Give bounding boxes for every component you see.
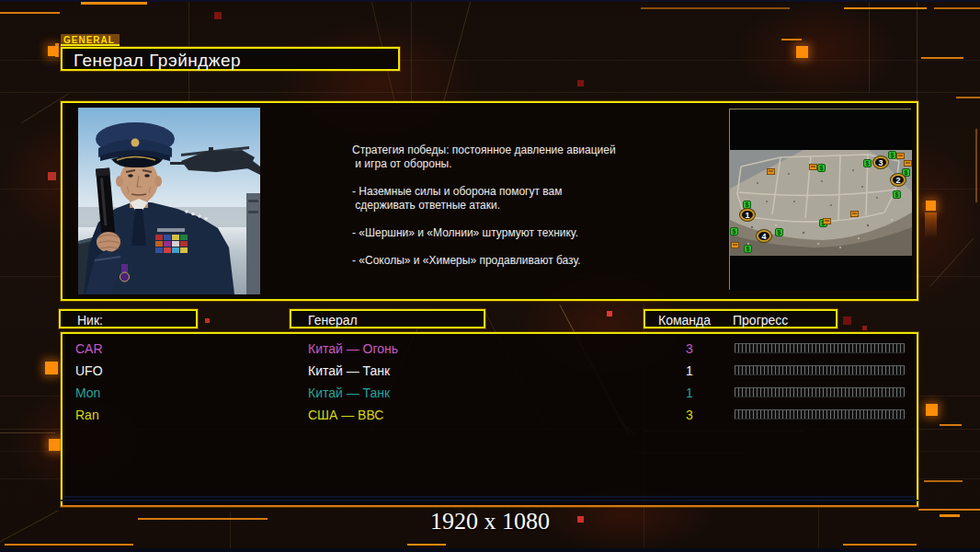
red-square	[48, 172, 56, 180]
divider-line	[64, 496, 915, 498]
circuit-decoration	[843, 544, 917, 546]
circuit-decoration	[0, 432, 55, 433]
player-general: Китай — Огонь	[308, 338, 398, 360]
player-team: 3	[667, 338, 712, 360]
glow-square	[48, 46, 58, 56]
resolution-label: 1920 x 1080	[0, 508, 980, 535]
header-general-label: Генерал	[308, 311, 358, 330]
glow-square	[45, 362, 58, 374]
player-general: Китай — Танк	[308, 382, 390, 404]
map-preview: $$$$$$$$$$1234	[729, 109, 911, 290]
header-progress-label: Прогресс	[733, 311, 788, 330]
circuit-decoration	[641, 7, 790, 9]
red-square	[205, 318, 210, 323]
supply-dock-icon: $	[744, 245, 752, 253]
strategy-text: Стратегия победы: постоянное давление ав…	[352, 144, 669, 282]
circuit-decoration	[956, 97, 980, 98]
player-roster-panel: CARКитай — Огонь3UFOКитай — Танк1MonКита…	[61, 332, 918, 507]
player-general: США — ВВС	[308, 404, 383, 426]
glow-trail	[925, 213, 937, 238]
supply-dock-icon: $	[893, 190, 901, 199]
circuit-decoration	[844, 7, 927, 9]
building-icon	[731, 242, 739, 248]
red-square	[577, 80, 584, 86]
general-info-panel: Стратегия победы: постоянное давление ав…	[61, 101, 918, 301]
building-icon	[904, 160, 912, 167]
building-icon	[823, 218, 831, 224]
circuit-decoration	[0, 548, 980, 552]
player-general: Китай — Танк	[308, 360, 390, 382]
supply-dock-icon: $	[775, 228, 783, 236]
start-position-marker: 1	[740, 209, 755, 221]
strategy-paragraph: - «Шершни» и «Молнии» штурмуют технику.	[352, 226, 669, 240]
player-nick: Mon	[75, 382, 100, 404]
glow-square	[926, 201, 936, 211]
roster-row[interactable]: MonКитай — Танк1	[63, 382, 917, 404]
general-portrait	[78, 108, 260, 294]
player-nick: Ran	[75, 404, 99, 426]
circuit-decoration	[975, 129, 977, 202]
red-square	[843, 316, 851, 325]
circuit-decoration	[5, 544, 133, 546]
progress-bar	[735, 409, 905, 420]
header-team-label: Команда	[658, 311, 711, 330]
red-square	[607, 311, 612, 316]
building-icon	[896, 153, 905, 159]
progress-bar	[735, 387, 905, 397]
supply-dock-icon: $	[817, 164, 826, 172]
circuit-decoration	[61, 500, 918, 501]
page-title: Генерал Грэйнджер	[63, 49, 398, 72]
glow-patch	[735, 0, 901, 101]
strategy-paragraph: Стратегия победы: постоянное давление ав…	[352, 144, 669, 171]
circuit-decoration	[940, 424, 962, 426]
building-icon	[767, 168, 775, 175]
glow-square	[796, 46, 808, 58]
supply-dock-icon: $	[863, 159, 872, 167]
circuit-decoration	[781, 39, 802, 40]
circuit-decoration	[411, 0, 412, 101]
red-square	[214, 12, 222, 19]
glow-square	[926, 404, 938, 416]
roster-row[interactable]: RanСША — ВВС3	[63, 404, 917, 426]
header-general: Генерал	[290, 309, 485, 328]
page-title-box: Генерал Грэйнджер	[61, 47, 400, 71]
supply-dock-icon: $	[888, 151, 896, 159]
building-icon	[809, 164, 817, 170]
roster-rows: CARКитай — Огонь3UFOКитай — Танк1MonКита…	[63, 338, 917, 426]
circuit-decoration	[0, 0, 980, 2]
circuit-decoration	[0, 92, 980, 93]
roster-row[interactable]: CARКитай — Огонь3	[63, 338, 917, 360]
general-portrait-art	[78, 108, 260, 294]
player-team: 3	[667, 404, 712, 426]
circuit-decoration	[0, 12, 60, 14]
circuit-decoration	[924, 480, 963, 482]
roster-row[interactable]: UFOКитай — Танк1	[63, 360, 917, 382]
circuit-decoration	[869, 0, 870, 92]
circuit-decoration	[934, 7, 980, 9]
player-nick: CAR	[75, 338, 103, 360]
strategy-paragraph: - «Соколы» и «Химеры» продавливают базу.	[352, 254, 669, 268]
start-position-marker: 2	[891, 174, 906, 186]
glow-square	[49, 439, 61, 451]
building-icon	[850, 211, 859, 217]
player-nick: UFO	[75, 360, 103, 382]
header-nick: Ник:	[59, 309, 198, 328]
general-tag: GENERAL	[61, 34, 120, 46]
progress-bar	[735, 365, 905, 375]
circuit-decoration	[921, 57, 963, 59]
strategy-paragraph: - Наземные силы и оборона помогут вам сд…	[352, 185, 669, 213]
circuit-decoration	[81, 2, 147, 5]
circuit-decoration	[917, 0, 917, 101]
supply-dock-icon: $	[730, 227, 738, 236]
game-screen: GENERAL Генерал Грэйнджер	[0, 0, 980, 552]
red-square	[862, 326, 867, 330]
player-team: 1	[667, 382, 712, 404]
header-nick-label: Ник:	[77, 311, 103, 330]
supply-dock-icon: $	[743, 201, 751, 209]
start-position-marker: 3	[873, 156, 888, 168]
circuit-decoration	[407, 544, 446, 546]
start-position-marker: 4	[757, 230, 771, 242]
header-team-progress: Команда Прогресс	[644, 309, 838, 328]
player-team: 1	[667, 360, 712, 382]
map-terrain	[730, 109, 912, 291]
